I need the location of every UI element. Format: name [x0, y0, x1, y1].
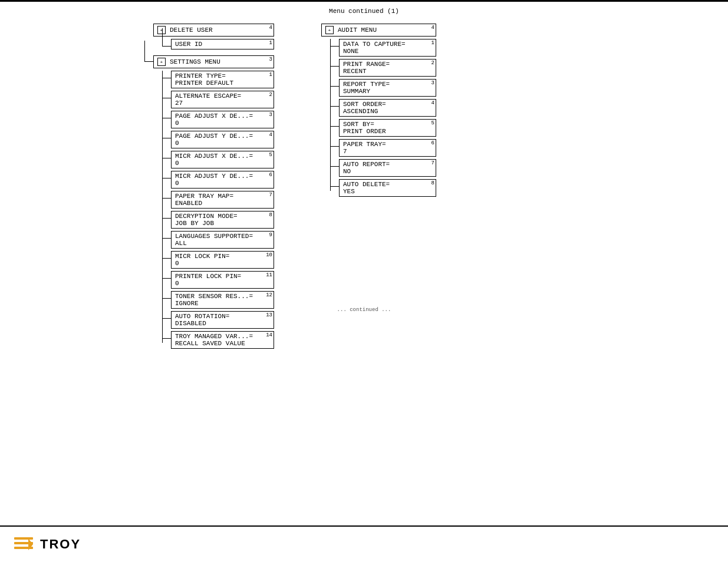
page-title: Menu continued (1) [0, 8, 728, 15]
audit-item-8: AUTO DELETE=YES 8 [339, 179, 436, 197]
audit-menu-label: AUDIT MENU [338, 27, 377, 34]
audit-item-2: PRINT RANGE=RECENT 2 [339, 59, 436, 77]
troy-logo-icon [12, 533, 35, 556]
settings-item-2: ALTERNATE ESCAPE=27 2 [171, 91, 274, 108]
footer: TROY [0, 527, 728, 562]
delete-user-label: DELETE USER [170, 27, 213, 34]
left-column: + DELETE USER 4 USER ID 1 [141, 24, 274, 351]
settings-item-1: PRINTER TYPE=PRINTER DEFAULT 1 [171, 71, 274, 88]
settings-menu-number: 3 [269, 57, 272, 62]
settings-menu-icon: + [157, 58, 166, 66]
delete-user-box: + DELETE USER 4 [153, 24, 274, 37]
user-id-label: USER ID [175, 41, 202, 48]
settings-item-10: MICR LOCK PIN=100 [171, 251, 274, 269]
settings-menu-label: SETTINGS MENU [170, 58, 220, 65]
audit-item-7: AUTO REPORT=NO 7 [339, 159, 436, 177]
troy-company-name: TROY [40, 537, 81, 552]
audit-item-3: REPORT TYPE=SUMMARY 3 [339, 79, 436, 97]
delete-user-icon: + [157, 26, 166, 34]
user-id-box: USER ID 1 [171, 39, 274, 49]
svg-rect-0 [14, 537, 33, 540]
audit-menu-number: 4 [431, 25, 434, 31]
columns-container: + DELETE USER 4 USER ID 1 [0, 24, 728, 351]
settings-item-8: DECRYPTION MODE=JOB BY JOB 8 [171, 211, 274, 229]
audit-item-1: DATA TO CAPTURE=NONE 1 [339, 39, 436, 57]
settings-item-14: TROY MANAGED VAR...=14RECALL SAVED VALUE [171, 331, 274, 349]
settings-item-7: PAPER TRAY MAP=ENABLED 7 [171, 191, 274, 209]
audit-item-4: SORT ORDER=ASCENDING 4 [339, 99, 436, 117]
settings-item-11: PRINTER LOCK PIN=110 [171, 271, 274, 289]
settings-item-4: PAGE ADJUST Y DE...= 40 [171, 131, 274, 148]
right-column: + AUDIT MENU 4 DATA TO CAPTURE=NONE 1 [321, 24, 436, 351]
settings-item-13: AUTO ROTATION=13DISABLED [171, 311, 274, 329]
settings-item-6: MICR ADJUST Y DE...= 60 [171, 171, 274, 189]
user-id-number: 1 [269, 40, 272, 46]
audit-item-5: SORT BY=PRINT ORDER 5 [339, 119, 436, 137]
delete-user-number: 4 [269, 25, 272, 31]
settings-menu-box: + SETTINGS MENU 3 [153, 55, 274, 68]
settings-item-9: LANGUAGES SUPPORTED=9ALL [171, 231, 274, 249]
main-content: Menu continued (1) + DELETE USER 4 [0, 2, 728, 351]
troy-logo: TROY [12, 533, 81, 556]
settings-item-5: MICR ADJUST X DE...= 50 [171, 151, 274, 168]
audit-menu-box: + AUDIT MENU 4 [321, 24, 436, 37]
settings-item-12: TONER SENSOR RES...=12IGNORE [171, 291, 274, 309]
settings-item-3: PAGE ADJUST X DE...= 30 [171, 111, 274, 128]
bottom-note: ... continued ... [337, 307, 391, 313]
audit-item-6: PAPER TRAY=7 6 [339, 139, 436, 157]
audit-menu-icon: + [325, 26, 334, 34]
